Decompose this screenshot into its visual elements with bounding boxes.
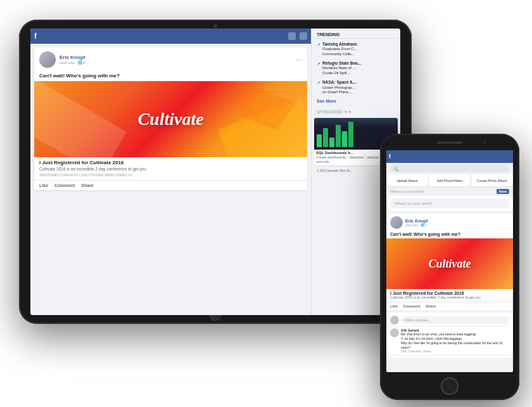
- trending-desc-2: Declares State of ...Crude Oil Spill...: [322, 66, 361, 76]
- sponsored-label: SPONSORED ✦✦: [314, 108, 398, 116]
- chart-bar-2: [323, 128, 328, 147]
- post-actions-bar: Like Comment Share: [34, 180, 307, 190]
- phone-post-card: Eric Knopf Just now · 🌐 ▾ Can't wait! Wh…: [386, 214, 513, 313]
- phone-comment-item-1: Gib Gerard Me: that dress is too short, …: [390, 326, 509, 356]
- chart-bar-3: [329, 138, 334, 147]
- sponsored-chart-bars: [317, 122, 353, 147]
- see-more-link[interactable]: See More: [314, 98, 398, 105]
- avatar-image: [39, 51, 56, 68]
- trending-text-1: Tanishq Abraham Graduates From C...Commu…: [322, 42, 357, 57]
- trending-text-2: Refugio State Bea... Declares State of .…: [322, 61, 361, 76]
- chart-bar-1: [317, 134, 322, 147]
- trending-arrow-icon-2: ↗: [317, 61, 320, 67]
- trending-item-2[interactable]: ↗ Refugio State Bea... Declares State of…: [314, 60, 398, 77]
- trending-name-3: NASA: Space A...: [322, 80, 356, 85]
- phone-link-desc: Cultivate 2016 is an incredible 2 day co…: [390, 295, 509, 299]
- cultivate-background: Cultivate: [34, 81, 307, 157]
- avatar: [39, 51, 56, 68]
- commenter-avatar: [390, 316, 399, 325]
- cultivate-title-text: Cultivate: [137, 109, 203, 129]
- fb-topbar-icon-bell[interactable]: [300, 32, 307, 40]
- phone-camera: [483, 141, 486, 144]
- phone-comment-box[interactable]: Write a comment...: [401, 316, 509, 324]
- like-button[interactable]: Like: [39, 183, 48, 188]
- comment-line-2: Y: no dad, it's not short. I don't like …: [401, 337, 509, 341]
- post-time: Just now · 🌐 ▾: [60, 60, 292, 65]
- trending-arrow-icon: ↗: [317, 42, 320, 48]
- trending-desc-3: Closer Photograp...on Dwarf Plane...: [322, 86, 356, 96]
- phone-avatar: [390, 216, 403, 229]
- trending-name-1: Tanishq Abraham: [322, 42, 357, 47]
- fb-main-feed: f Eric Knopf Just now · 🌐 ▾: [30, 29, 312, 315]
- trending-name-2: Refugio State Bea...: [322, 61, 361, 66]
- update-status-label: Update Status: [396, 179, 418, 183]
- phone-comments-section: Write a comment... Gib Gerard Me: that d…: [386, 313, 513, 358]
- phone-post-author: Eric Knopf: [405, 219, 509, 223]
- trending-arrow-icon-3: ↗: [317, 81, 320, 86]
- trending-desc-1: Graduates From C...Community Colle...: [322, 47, 357, 57]
- trending-item-3[interactable]: ↗ NASA: Space A... Closer Photograp...on…: [314, 79, 398, 96]
- phone-speaker: [437, 141, 462, 144]
- phone-link-title: I Just Registered for Cultivate 2016: [390, 291, 509, 295]
- tablet-camera: [213, 24, 217, 28]
- fb-topbar: f: [30, 29, 311, 44]
- phone-action-bar: Update Status Add Photo/Video Create Pho…: [386, 174, 513, 187]
- phone-post-text: Can't wait! Who's going with me?: [386, 231, 513, 238]
- fb-topbar-icon-search[interactable]: [288, 32, 296, 40]
- phone-cultivate-image: Cultivate: [386, 238, 513, 289]
- fb-topbar-icons: [288, 32, 307, 40]
- comment-text-area: Gib Gerard Me: that dress is too short, …: [401, 328, 509, 353]
- fb-logo: f: [34, 32, 37, 41]
- trending-header: TRENDING: [314, 31, 398, 39]
- phone-next-btn[interactable]: Next: [497, 189, 509, 194]
- phone-post-area: What's on your mind?: [386, 196, 513, 214]
- phone-home-button[interactable]: [441, 377, 459, 395]
- comment-line-3: Why do I feel like I'm going to be havin…: [401, 341, 509, 350]
- comment-line-1: Me: that dress is too short, you need to…: [401, 332, 509, 337]
- post-link-title: I Just Registered for Cultivate 2016: [39, 160, 302, 166]
- phone-comment-btn[interactable]: Comment: [403, 304, 421, 308]
- phone-search-bar: 🔍: [386, 163, 513, 174]
- phone-status-bar: What's on your mind? Next: [386, 187, 513, 196]
- main-scene: f Eric Knopf Just now · 🌐 ▾: [6, 7, 526, 400]
- phone-post-meta: Eric Knopf Just now · 🌐 ▾: [405, 219, 509, 227]
- comment-button[interactable]: Comment: [54, 183, 75, 188]
- phone-link-area[interactable]: I Just Registered for Cultivate 2016 Cul…: [386, 289, 513, 302]
- phone-fb-topbar: f: [386, 150, 513, 163]
- post-text: Can't wait! Who's going with me?: [34, 72, 307, 81]
- phone-post-actions: Like Comment Share: [386, 302, 513, 310]
- comment-author-avatar: [390, 328, 399, 337]
- post-link-url: AWESOMECO.REGFOX.COM.STAGING.WEBCONNEX.I…: [39, 173, 302, 177]
- share-button[interactable]: Share: [81, 183, 93, 188]
- post-options-icon[interactable]: ···: [296, 56, 302, 63]
- chart-bar-6: [348, 122, 353, 147]
- trending-item-1[interactable]: ↗ Tanishq Abraham Graduates From C...Com…: [314, 41, 398, 58]
- phone-cultivate-text: Cultivate: [429, 257, 471, 271]
- phone-comment-input-row: Write a comment...: [390, 314, 509, 326]
- tablet-screen: f Eric Knopf Just now · 🌐 ▾: [30, 29, 400, 315]
- fb-post-card: Eric Knopf Just now · 🌐 ▾ ··· Can't wait…: [34, 48, 307, 190]
- tablet-device: f Eric Knopf Just now · 🌐 ▾: [19, 20, 412, 324]
- fb-post-header: Eric Knopf Just now · 🌐 ▾ ···: [34, 48, 307, 72]
- phone-what-input[interactable]: What's on your mind?: [390, 198, 509, 209]
- post-link-area[interactable]: I Just Registered for Cultivate 2016 Cul…: [34, 157, 307, 180]
- chart-bar-5: [342, 131, 347, 147]
- chart-bar-4: [336, 125, 341, 147]
- cultivate-shape-1: [34, 81, 127, 157]
- phone-screen: f 🔍 Update Status Add Photo/Video Create…: [386, 150, 513, 372]
- phone-fb-logo: f: [389, 153, 391, 160]
- phone-share-btn[interactable]: Share: [426, 304, 436, 308]
- phone-post-header: Eric Knopf Just now · 🌐 ▾: [386, 214, 513, 231]
- post-author-name: Eric Knopf: [60, 55, 292, 60]
- cultivate-image: Cultivate: [34, 81, 307, 157]
- phone-update-status-btn[interactable]: Update Status: [386, 174, 429, 186]
- trending-text-3: NASA: Space A... Closer Photograp...on D…: [322, 80, 356, 95]
- phone-search-input[interactable]: 🔍: [390, 165, 509, 172]
- phone-status-text: What's on your mind?: [390, 190, 497, 193]
- phone-like-btn[interactable]: Like: [390, 304, 398, 308]
- phone-add-photo-btn[interactable]: Add Photo/Video: [429, 174, 471, 186]
- phone-device: f 🔍 Update Status Add Photo/Video Create…: [380, 134, 519, 400]
- post-link-desc: Cultivate 2016 is an incredible 2 day co…: [39, 167, 302, 172]
- fb-post-meta: Eric Knopf Just now · 🌐 ▾: [60, 55, 292, 65]
- phone-create-album-btn[interactable]: Create Photo Album: [471, 174, 513, 186]
